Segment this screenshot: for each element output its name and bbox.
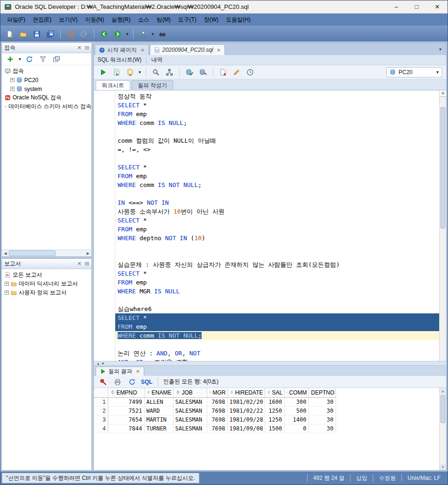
data-cell[interactable]: 7499 [108, 397, 144, 406]
results-scrollbar[interactable]: ▲ ▼ [439, 388, 446, 470]
editor-line[interactable]: IN <==> NOT IN [115, 198, 439, 207]
scroll-left-icon[interactable]: ◀ [2, 251, 9, 256]
data-cell[interactable]: 1981/02/22 [227, 406, 265, 415]
unshared-worksheet-button[interactable] [217, 67, 229, 78]
data-cell[interactable]: 7698 [207, 397, 227, 406]
explain-plan-button[interactable] [164, 67, 175, 78]
data-cell[interactable]: 7698 [207, 415, 227, 424]
filter-button[interactable] [37, 54, 49, 65]
new-file-button[interactable] [4, 28, 15, 40]
tree-expander-icon[interactable]: + [5, 282, 9, 286]
menu-file[interactable]: 파일(F) [3, 14, 29, 26]
menu-run[interactable]: 실행(R) [108, 14, 134, 26]
data-cell[interactable]: 1981/09/08 [227, 424, 265, 433]
dropdown-caret-icon[interactable]: ▾ [126, 31, 128, 36]
clear-button[interactable] [231, 67, 242, 78]
tree-item-connections-root[interactable]: 접속 [2, 67, 91, 76]
open-file-button[interactable] [18, 28, 29, 40]
dropdown-caret-icon[interactable]: ▾ [19, 56, 21, 62]
editor-line[interactable]: 사원중 소속부서가 10번이 아닌 사원 [115, 207, 439, 216]
connections-hscrollbar[interactable]: ◀ ▶ [2, 249, 91, 256]
save-all-button[interactable] [45, 28, 56, 40]
data-cell[interactable]: 1250 [265, 406, 284, 415]
row-number-cell[interactable]: 4 [94, 424, 108, 433]
data-cell[interactable]: 1600 [265, 397, 284, 406]
tab-query-result[interactable]: 질의 결과 ✕ [96, 367, 144, 376]
data-cell[interactable]: 7698 [207, 406, 227, 415]
data-cell[interactable]: 1250 [265, 415, 284, 424]
editor-line[interactable]: SELECT * [115, 269, 439, 278]
editor-line[interactable]: =, !=, <> [115, 145, 439, 154]
close-panel-button[interactable]: ✕ [77, 45, 82, 51]
tree-item-system[interactable]: +system [2, 84, 91, 93]
column-header[interactable]: DEPTNO [308, 388, 336, 397]
data-cell[interactable]: SALESMAN [173, 406, 207, 415]
close-results-icon[interactable]: ✕ [136, 369, 140, 374]
tab-list-chevron-icon[interactable]: ▾ [439, 47, 441, 52]
minimize-panel-button[interactable]: ⊟ [85, 261, 89, 267]
editor-line[interactable] [115, 296, 439, 305]
data-cell[interactable]: SALESMAN [173, 415, 207, 424]
editor-line[interactable] [115, 251, 439, 260]
editor-scroll-track[interactable] [440, 97, 446, 361]
data-cell[interactable]: MARTIN [144, 415, 173, 424]
menu-help[interactable]: 도움말(H) [222, 14, 254, 26]
editor-line[interactable]: SELECT * [115, 216, 439, 225]
editor-line[interactable]: 논리 연산 : AND, OR, NOT [115, 349, 439, 358]
tree-expander-icon[interactable]: + [5, 291, 9, 295]
save-button[interactable] [31, 28, 42, 40]
column-header[interactable]: COMM [284, 388, 308, 397]
close-button[interactable]: ✕ [427, 0, 448, 13]
column-header[interactable]: MGR [207, 388, 227, 397]
print-button[interactable] [112, 376, 123, 388]
close-tab-icon[interactable]: ✕ [140, 48, 144, 53]
history-header-label[interactable]: 내역 [151, 56, 162, 64]
column-header[interactable]: HIREDATE [227, 388, 265, 397]
data-cell[interactable]: 1400 [284, 415, 308, 424]
menu-navigate[interactable]: 이동(N) [81, 14, 108, 26]
rollback-button[interactable] [197, 67, 209, 78]
saved-sql-button[interactable] [125, 67, 136, 78]
editor-line[interactable] [115, 340, 439, 349]
pin-button[interactable] [98, 376, 109, 388]
editor-line[interactable] [115, 242, 439, 251]
editor-line[interactable]: 정상적 동작 [115, 92, 439, 101]
editor-line[interactable] [115, 127, 439, 136]
tab-worksheet[interactable]: 워크시트 [96, 80, 130, 90]
hscroll-track[interactable] [9, 250, 84, 256]
close-panel-button[interactable]: ✕ [77, 261, 82, 267]
editor-line[interactable]: 실습where6 [115, 305, 439, 313]
sql-history-button[interactable] [245, 67, 256, 78]
tab-sql-file[interactable]: SQL20200904_PC20.sql✕ [150, 44, 225, 55]
data-cell[interactable]: 1981/09/28 [227, 415, 265, 424]
tree-item-dict-reports[interactable]: +데이터 딕셔너리 보고서 [2, 279, 91, 288]
forward-button[interactable] [112, 28, 123, 40]
data-cell[interactable]: 30 [308, 406, 336, 415]
sql-editor[interactable]: 정상적 동작SELECT *FROM empWHERE comm IS NULL… [115, 90, 439, 361]
splitter-down-icon[interactable]: ▼ [101, 362, 105, 365]
editor-line[interactable]: FROM emp [115, 110, 439, 118]
row-number-cell[interactable]: 3 [94, 415, 108, 424]
data-cell[interactable]: SALESMAN [173, 397, 207, 406]
back-button[interactable] [98, 28, 110, 40]
editor-line[interactable]: comm 컬럼의 값이 NULL이 아닐때 [115, 136, 439, 145]
splitter-up-icon[interactable]: ▲ [97, 362, 100, 365]
refresh-button[interactable] [24, 54, 35, 65]
data-cell[interactable]: 500 [284, 406, 308, 415]
redo-button[interactable] [78, 28, 90, 40]
row-number-cell[interactable]: 2 [94, 406, 108, 415]
tree-item-all-reports[interactable]: 모든 보고서 [2, 270, 91, 279]
data-cell[interactable]: 1981/02/20 [227, 397, 265, 406]
horizontal-splitter[interactable]: ▲ ▼ [94, 361, 446, 366]
column-header[interactable]: SAL [265, 388, 284, 397]
data-cell[interactable]: SALESMAN [173, 424, 207, 433]
editor-scroll-thumb[interactable] [441, 107, 445, 229]
menu-source[interactable]: 소스 [134, 14, 153, 26]
combo-caret-icon[interactable]: ▾ [436, 69, 439, 75]
editor-line[interactable]: SELECT * [115, 101, 439, 110]
data-cell[interactable]: 30 [308, 397, 336, 406]
scroll-right-icon[interactable]: ▶ [84, 251, 91, 256]
results-scroll-track[interactable] [440, 394, 446, 464]
editor-split-button[interactable]: ▤ [440, 90, 446, 97]
row-number-cell[interactable]: 1 [94, 397, 108, 406]
